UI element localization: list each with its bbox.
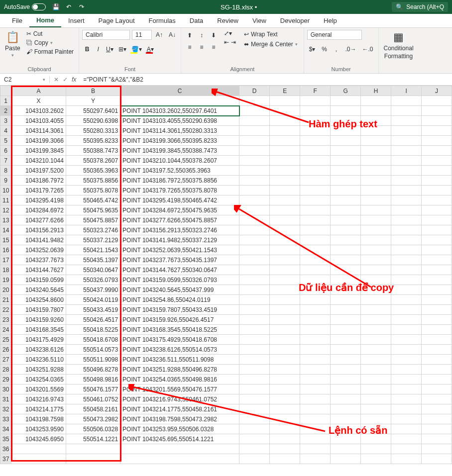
cell[interactable]: 1043240.5645 bbox=[11, 285, 66, 295]
cell[interactable] bbox=[300, 96, 331, 106]
cell[interactable] bbox=[270, 136, 300, 146]
cell[interactable]: POINT 1043284.6972,550475.9635 bbox=[120, 205, 239, 215]
cell[interactable]: 1043186.7972 bbox=[11, 176, 66, 186]
cell[interactable] bbox=[331, 365, 361, 375]
cell[interactable] bbox=[422, 136, 452, 146]
cell[interactable] bbox=[331, 195, 361, 205]
col-head-C[interactable]: C bbox=[120, 86, 239, 96]
cell[interactable] bbox=[422, 345, 452, 355]
cell[interactable] bbox=[300, 166, 331, 176]
cell[interactable]: 550326.0793 bbox=[66, 275, 120, 285]
cell[interactable] bbox=[239, 295, 270, 305]
tab-developer[interactable]: Developer bbox=[273, 14, 317, 27]
tab-insert[interactable]: Insert bbox=[61, 14, 92, 27]
cell[interactable] bbox=[391, 375, 422, 384]
row-head[interactable]: 10 bbox=[0, 186, 11, 195]
cell[interactable]: 550476.1577 bbox=[66, 384, 120, 394]
row-head[interactable]: 20 bbox=[0, 285, 11, 295]
cell[interactable] bbox=[239, 365, 270, 375]
col-head-F[interactable]: F bbox=[300, 86, 331, 96]
tab-home[interactable]: Home bbox=[29, 14, 61, 27]
cell[interactable] bbox=[239, 166, 270, 176]
cell[interactable] bbox=[422, 96, 452, 106]
cell[interactable] bbox=[270, 295, 300, 305]
cell[interactable]: 550418.5225 bbox=[66, 325, 120, 335]
cell[interactable] bbox=[300, 315, 331, 325]
row-head[interactable]: 17 bbox=[0, 255, 11, 265]
name-box[interactable]: C2▾ bbox=[0, 76, 50, 83]
cell[interactable]: 1043277.6266 bbox=[11, 215, 66, 225]
cell[interactable]: 1043201.5569 bbox=[11, 384, 66, 394]
cell[interactable] bbox=[331, 186, 361, 195]
cell[interactable] bbox=[331, 156, 361, 166]
cell[interactable] bbox=[361, 285, 391, 295]
align-right-button[interactable]: ≡ bbox=[208, 42, 219, 53]
cell[interactable] bbox=[331, 325, 361, 335]
row-head[interactable]: 2 bbox=[0, 106, 11, 116]
col-head-G[interactable]: G bbox=[331, 86, 361, 96]
copy-button[interactable]: ⿻Copy▾ bbox=[24, 39, 76, 47]
cell[interactable] bbox=[361, 245, 391, 255]
conditional-formatting-button[interactable]: ▦ Conditional Formatting bbox=[382, 30, 416, 61]
cell[interactable] bbox=[300, 275, 331, 285]
cell[interactable] bbox=[361, 394, 391, 404]
cell[interactable] bbox=[300, 355, 331, 365]
cell[interactable] bbox=[422, 444, 452, 454]
cell[interactable] bbox=[300, 195, 331, 205]
italic-button[interactable]: I bbox=[93, 45, 103, 54]
cell[interactable] bbox=[331, 295, 361, 305]
cell[interactable]: 1043114.3061 bbox=[11, 126, 66, 136]
align-top-button[interactable]: ⬆ bbox=[184, 30, 195, 41]
cell[interactable]: POINT 1043201.5569,550476.1577 bbox=[120, 384, 239, 394]
cell[interactable]: 1043295.4198 bbox=[11, 195, 66, 205]
cell[interactable]: POINT 1043254.86,550424.0119 bbox=[120, 295, 239, 305]
cell[interactable]: 550437.9990 bbox=[66, 285, 120, 295]
cell[interactable] bbox=[331, 176, 361, 186]
cell[interactable] bbox=[331, 414, 361, 424]
cell[interactable]: POINT 1043168.3545,550418.5225 bbox=[120, 325, 239, 335]
cell[interactable]: POINT 1043214.1775,550458.2161 bbox=[120, 404, 239, 414]
cell[interactable] bbox=[422, 215, 452, 225]
cell[interactable] bbox=[239, 265, 270, 275]
row-head[interactable]: 32 bbox=[0, 404, 11, 414]
cell[interactable] bbox=[361, 146, 391, 156]
cell[interactable]: POINT 1043144.7627,550340.0647 bbox=[120, 265, 239, 275]
cell[interactable] bbox=[331, 225, 361, 235]
cell[interactable] bbox=[239, 116, 270, 126]
cell[interactable] bbox=[391, 205, 422, 215]
cell[interactable] bbox=[239, 156, 270, 166]
undo-icon[interactable]: ↶ bbox=[65, 3, 73, 10]
cell[interactable] bbox=[361, 345, 391, 355]
cell[interactable] bbox=[422, 245, 452, 255]
cell[interactable] bbox=[331, 166, 361, 176]
row-head[interactable]: 15 bbox=[0, 235, 11, 245]
cell[interactable] bbox=[361, 176, 391, 186]
cell[interactable] bbox=[239, 146, 270, 156]
cell[interactable] bbox=[300, 215, 331, 225]
cell[interactable] bbox=[239, 205, 270, 215]
cell[interactable]: 550378.2607 bbox=[66, 156, 120, 166]
cell[interactable] bbox=[361, 225, 391, 235]
cell[interactable] bbox=[331, 404, 361, 414]
tab-data[interactable]: Data bbox=[183, 14, 210, 27]
cell[interactable] bbox=[270, 106, 300, 116]
cell[interactable] bbox=[391, 345, 422, 355]
cell[interactable] bbox=[270, 404, 300, 414]
cell[interactable] bbox=[361, 116, 391, 126]
cell[interactable] bbox=[361, 255, 391, 265]
percent-button[interactable]: % bbox=[319, 45, 329, 54]
cell[interactable]: 1043254.0365 bbox=[11, 375, 66, 384]
cell[interactable] bbox=[391, 315, 422, 325]
cell[interactable] bbox=[300, 434, 331, 444]
cell[interactable]: POINT 1043252.0639,550421.1543 bbox=[120, 245, 239, 255]
cell[interactable] bbox=[422, 404, 452, 414]
enter-icon[interactable]: ✓ bbox=[63, 76, 68, 83]
cell[interactable] bbox=[239, 285, 270, 295]
row-head[interactable]: 8 bbox=[0, 166, 11, 176]
cell[interactable] bbox=[270, 424, 300, 434]
cell[interactable] bbox=[300, 444, 331, 454]
fill-color-button[interactable]: 🪣▾ bbox=[129, 45, 144, 54]
cell[interactable] bbox=[391, 275, 422, 285]
cell[interactable] bbox=[391, 414, 422, 424]
col-head-B[interactable]: B bbox=[66, 86, 120, 96]
